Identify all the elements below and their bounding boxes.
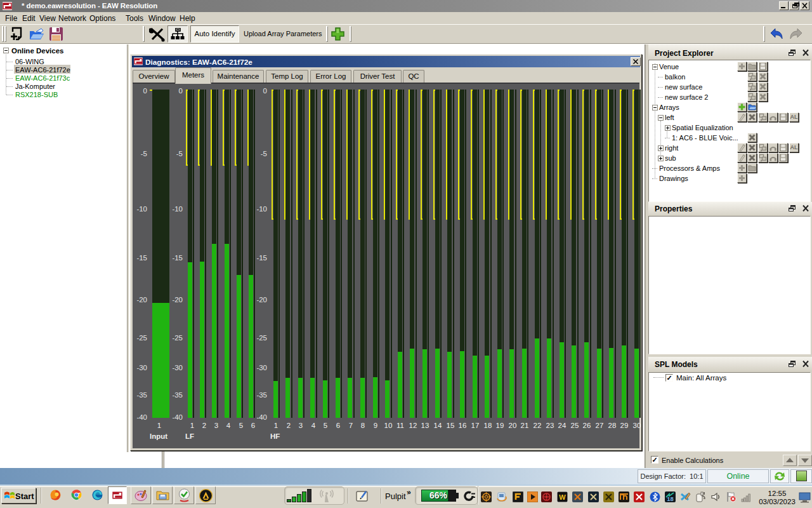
svg-text:W: W xyxy=(559,493,566,501)
svg-text:18: 18 xyxy=(667,495,674,502)
